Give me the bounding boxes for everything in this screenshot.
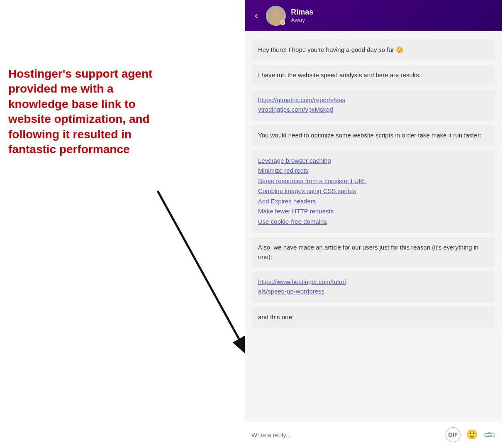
tip-link-3[interactable]: Serve resources from a consistent URL [258, 176, 489, 186]
message-text: Also, we have made an article for our us… [258, 244, 478, 260]
status-dot [280, 20, 285, 25]
tip-link-7[interactable]: Use cookie-free domains [258, 217, 489, 227]
gtmetrix-link[interactable]: https://gtmetrix.com/reports/easytrading… [258, 95, 489, 114]
message-tips-list: Leverage browser caching Minimize redire… [251, 150, 495, 233]
message-article-intro: Also, we have made an article for our us… [251, 237, 495, 267]
message-text: I have run the website speed analysis an… [258, 71, 421, 78]
message-optimize-intro: You would need to optimize some website … [251, 125, 495, 146]
emoji-button[interactable]: 🙂 [465, 428, 478, 441]
agent-info: Rimas Away [291, 8, 495, 23]
message-speed-analysis: I have run the website speed analysis an… [251, 65, 495, 86]
tip-link-6[interactable]: Make fewer HTTP requests [258, 207, 489, 216]
chat-header: ‹ Rimas Away [245, 0, 502, 31]
tip-link-2[interactable]: Minimize redirects [258, 166, 489, 176]
reply-input[interactable] [251, 431, 441, 438]
back-button[interactable]: ‹ [251, 9, 261, 23]
message-text: Hey there! I hope you're having a good d… [258, 46, 404, 53]
message-gtmetrix-link: https://gtmetrix.com/reports/easytrading… [251, 90, 495, 121]
tip-link-4[interactable]: Combine images using CSS sprites [258, 186, 489, 196]
agent-name: Rimas [291, 8, 495, 17]
emoji-icon: 🙂 [466, 429, 478, 440]
message-text: You would need to optimize some website … [258, 132, 481, 139]
avatar-container [266, 6, 286, 26]
paperclip-icon: 📎 [482, 428, 497, 442]
gif-button[interactable]: GIF [446, 427, 461, 442]
annotation-section: Hostinger's support agent provided me wi… [8, 66, 162, 157]
svg-point-5 [273, 11, 279, 17]
tip-link-5[interactable]: Add Expires headers [258, 197, 489, 206]
message-text: and this one: [258, 313, 294, 321]
chat-input-area: GIF 🙂 📎 [245, 421, 502, 448]
agent-status: Away [291, 17, 495, 23]
chat-panel: ‹ Rimas Away Hey there! I hope you're ha… [245, 0, 502, 448]
attachment-button[interactable]: 📎 [483, 428, 495, 441]
annotation-text: Hostinger's support agent provided me wi… [8, 66, 162, 157]
tip-link-1[interactable]: Leverage browser caching [258, 156, 489, 166]
message-hostinger-link: https://www.hostinger.com/tutorials/spee… [251, 272, 495, 303]
message-and-this-one: and this one: [251, 307, 495, 328]
chat-messages[interactable]: Hey there! I hope you're having a good d… [245, 31, 502, 421]
gif-label: GIF [448, 431, 458, 438]
hostinger-link[interactable]: https://www.hostinger.com/tutorials/spee… [258, 277, 489, 296]
svg-line-1 [158, 191, 249, 357]
message-greeting: Hey there! I hope you're having a good d… [251, 39, 495, 61]
